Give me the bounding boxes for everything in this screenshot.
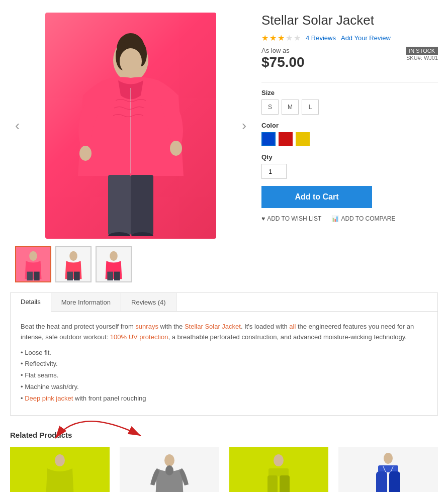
size-label: Size: [261, 89, 438, 96]
svg-rect-38: [267, 475, 278, 492]
size-s[interactable]: S: [261, 100, 279, 115]
svg-rect-37: [268, 468, 289, 476]
svg-rect-39: [280, 475, 290, 492]
action-links: ♥ ADD TO WISH LIST 📊 ADD TO COMPARE: [261, 215, 438, 222]
add-to-cart-button[interactable]: Add to Cart: [261, 186, 372, 208]
main-image-area: ‹: [10, 10, 251, 241]
thumbnail-strip: [10, 246, 251, 282]
tab-reviews[interactable]: Reviews (4): [121, 293, 176, 311]
related-product-4-image: [338, 447, 438, 492]
star-5: ★: [294, 33, 301, 43]
related-product-1[interactable]: Selene Yoga Hoodie As low as $42.00: [10, 447, 110, 492]
related-product-3-image: [229, 447, 329, 492]
thumbnail-1[interactable]: [15, 246, 51, 282]
star-1: ★: [261, 33, 268, 43]
svg-point-17: [69, 251, 77, 261]
svg-rect-23: [114, 272, 120, 280]
related-products-grid: Selene Yoga Hoodie As low as $42.00: [10, 447, 438, 492]
svg-point-36: [274, 454, 284, 466]
svg-rect-18: [67, 272, 73, 280]
details-paragraph: Beat the heat and protect yourself from …: [21, 322, 427, 343]
svg-point-6: [79, 146, 92, 161]
stock-info-row: As low as $75.00 IN STOCK SKU#: WJ01: [261, 47, 438, 76]
star-rating: ★ ★ ★ ★ ★: [261, 33, 301, 43]
tabs-header: Details More Information Reviews (4): [11, 293, 437, 312]
svg-point-34: [165, 465, 173, 475]
size-options: S M L: [261, 100, 438, 115]
related-product-1-image: [10, 447, 110, 492]
color-blue[interactable]: [261, 132, 276, 146]
svg-rect-42: [378, 465, 398, 472]
compare-icon: 📊: [331, 215, 339, 222]
heart-icon: ♥: [261, 215, 265, 222]
product-title: Stellar Solar Jacket: [261, 13, 438, 28]
star-2: ★: [270, 33, 277, 43]
svg-point-13: [29, 251, 37, 261]
main-product-image: [45, 13, 216, 239]
bullet-5: Deep pink jacket with front panel rouchi…: [21, 393, 427, 404]
related-product-4[interactable]: Ida Workout Parachute Pant As low as $42…: [338, 447, 438, 492]
star-3: ★: [278, 33, 285, 43]
add-to-wishlist-link[interactable]: ♥ ADD TO WISH LIST: [261, 215, 321, 222]
color-label: Color: [261, 122, 438, 129]
price-section: As low as $75.00: [261, 47, 305, 70]
wishlist-label: ADD TO WISH LIST: [267, 215, 321, 222]
size-section: Size S M L: [261, 89, 438, 115]
svg-point-27: [55, 454, 65, 466]
sku-value: WJ01: [424, 55, 438, 61]
next-image-button[interactable]: ›: [237, 113, 251, 139]
tabs-section: Details More Information Reviews (4) Bea…: [10, 292, 438, 416]
compare-label: ADD TO COMPARE: [341, 215, 395, 222]
color-options: [261, 132, 438, 146]
tab-details-content: Beat the heat and protect yourself from …: [11, 312, 437, 415]
related-product-2[interactable]: Helena Hooded Fleece As low as $55.00: [120, 447, 219, 492]
svg-point-41: [384, 453, 393, 464]
size-l[interactable]: L: [302, 100, 319, 115]
sku-label: SKU#:: [406, 55, 422, 61]
svg-rect-22: [107, 272, 113, 280]
as-low-as-label: As low as: [261, 47, 305, 54]
rating-row: ★ ★ ★ ★ ★ 4 Reviews Add Your Review: [261, 33, 438, 43]
color-section: Color: [261, 122, 438, 146]
related-product-3[interactable]: Karmen Yoga Pant As low as $31.20: [229, 447, 329, 492]
jacket-illustration: [53, 15, 209, 236]
svg-rect-14: [27, 272, 33, 280]
thumbnail-3[interactable]: [96, 246, 132, 282]
svg-rect-8: [108, 175, 131, 235]
bullet-1: Loose fit.: [21, 348, 427, 358]
qty-input[interactable]: [261, 164, 287, 179]
related-products-section: Related Products: [0, 426, 448, 492]
svg-point-21: [110, 251, 118, 261]
add-review-link[interactable]: Add Your Review: [341, 34, 391, 42]
size-m[interactable]: M: [282, 100, 299, 115]
color-red[interactable]: [279, 132, 293, 146]
bullet-4: Machine wash/dry.: [21, 382, 427, 392]
sku-info: SKU#: WJ01: [406, 55, 438, 61]
svg-point-7: [170, 141, 182, 156]
qty-section: Qty: [261, 153, 438, 179]
related-products-title: Related Products: [10, 431, 438, 439]
svg-rect-15: [34, 272, 40, 280]
qty-label: Qty: [261, 153, 438, 161]
details-bullets: Loose fit. Reflectivity. Flat seams. Mac…: [21, 348, 427, 404]
product-price: $75.00: [261, 54, 305, 70]
image-gallery: ‹: [10, 10, 251, 282]
svg-point-31: [164, 454, 174, 466]
svg-rect-19: [74, 272, 80, 280]
prev-image-button[interactable]: ‹: [10, 113, 25, 139]
svg-point-4: [120, 48, 142, 74]
stock-sku: IN STOCK SKU#: WJ01: [406, 47, 438, 61]
tab-details[interactable]: Details: [11, 293, 51, 312]
svg-rect-43: [376, 471, 387, 492]
star-4: ★: [286, 33, 293, 43]
review-count-link[interactable]: 4 Reviews: [306, 34, 336, 42]
thumbnail-2[interactable]: [55, 246, 92, 282]
related-product-2-image: [120, 447, 219, 492]
tab-more-info[interactable]: More Information: [51, 293, 121, 311]
svg-rect-44: [389, 471, 400, 492]
color-yellow[interactable]: [296, 132, 310, 146]
bullet-2: Reflectivity.: [21, 359, 427, 369]
product-info: Stellar Solar Jacket ★ ★ ★ ★ ★ 4 Reviews…: [261, 10, 438, 282]
in-stock-badge: IN STOCK: [406, 47, 438, 55]
add-to-compare-link[interactable]: 📊 ADD TO COMPARE: [331, 215, 395, 222]
